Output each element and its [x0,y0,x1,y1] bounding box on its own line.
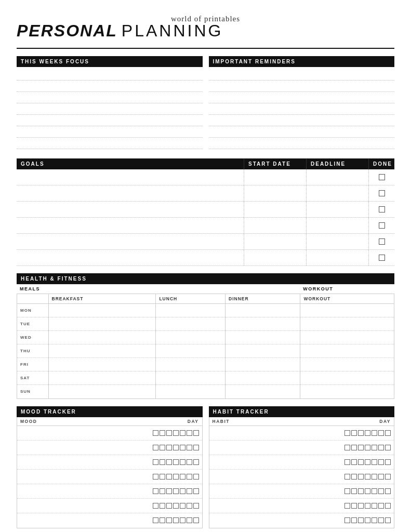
mood-cb-4-2[interactable] [160,474,165,480]
habit-cb-1-5[interactable] [372,430,377,436]
mood-cb-7-1[interactable] [153,517,158,523]
mood-cb-1-5[interactable] [180,430,185,436]
mood-cb-5-5[interactable] [180,488,185,494]
habit-cb-7-1[interactable] [344,517,350,523]
habit-cb-5-6[interactable] [378,488,384,494]
dinner-tue[interactable] [226,317,300,331]
goal-done-5[interactable] [368,234,394,249]
goal-text-4[interactable] [17,218,244,233]
habit-cb-3-3[interactable] [358,459,364,465]
habit-cb-5-2[interactable] [351,488,357,494]
habit-cb-4-1[interactable] [344,474,350,480]
habit-cb-2-5[interactable] [372,445,377,450]
habit-cb-4-4[interactable] [365,474,370,480]
mood-cb-7-6[interactable] [187,517,192,523]
mood-cb-3-4[interactable] [173,459,179,465]
goal-deadline-4[interactable] [306,218,368,233]
habit-cb-3-2[interactable] [351,459,357,465]
reminder-line-7[interactable] [209,138,395,149]
mood-cb-3-3[interactable] [166,459,172,465]
mood-cb-4-3[interactable] [166,474,172,480]
habit-cb-7-7[interactable] [385,517,391,523]
breakfast-wed[interactable] [48,331,156,344]
mood-cb-1-2[interactable] [160,430,165,436]
habit-cb-1-7[interactable] [385,430,391,436]
breakfast-fri[interactable] [48,358,156,371]
checkbox-1[interactable] [379,174,385,180]
checkbox-6[interactable] [379,255,385,261]
goal-done-2[interactable] [368,185,394,201]
habit-cb-4-3[interactable] [358,474,364,480]
mood-cb-2-7[interactable] [193,445,199,450]
habit-cb-1-4[interactable] [365,430,370,436]
habit-cb-6-4[interactable] [365,503,370,509]
workout-mon[interactable] [300,304,394,317]
workout-sun[interactable] [300,385,394,398]
dinner-fri[interactable] [226,358,300,371]
lunch-wed[interactable] [156,331,226,344]
goal-deadline-3[interactable] [306,202,368,217]
habit-cb-6-2[interactable] [351,503,357,509]
goal-text-1[interactable] [17,169,244,185]
mood-cb-3-5[interactable] [180,459,185,465]
habit-cb-5-1[interactable] [344,488,350,494]
lunch-thu[interactable] [156,344,226,358]
mood-cb-3-6[interactable] [187,459,192,465]
habit-cb-4-7[interactable] [385,474,391,480]
mood-cb-5-4[interactable] [173,488,179,494]
mood-cb-2-6[interactable] [187,445,192,450]
goal-done-6[interactable] [368,250,394,265]
lunch-mon[interactable] [156,304,226,317]
mood-cb-1-3[interactable] [166,430,172,436]
habit-cb-6-3[interactable] [358,503,364,509]
dinner-wed[interactable] [226,331,300,344]
mood-cb-7-7[interactable] [193,517,199,523]
goal-start-5[interactable] [244,234,306,249]
reminder-line-2[interactable] [209,81,395,92]
mood-cb-6-5[interactable] [180,503,185,509]
lunch-sun[interactable] [156,385,226,398]
dinner-mon[interactable] [226,304,300,317]
mood-cb-4-6[interactable] [187,474,192,480]
reminder-line-4[interactable] [209,103,395,115]
reminder-line-5[interactable] [209,115,395,126]
workout-fri[interactable] [300,358,394,371]
habit-cb-4-6[interactable] [378,474,384,480]
mood-cb-6-2[interactable] [160,503,165,509]
dinner-sun[interactable] [226,385,300,398]
habit-cb-3-4[interactable] [365,459,370,465]
mood-cb-4-4[interactable] [173,474,179,480]
focus-line-5[interactable] [17,115,203,126]
mood-cb-4-1[interactable] [153,474,158,480]
dinner-thu[interactable] [226,344,300,358]
checkbox-2[interactable] [379,190,385,196]
mood-cb-2-3[interactable] [166,445,172,450]
mood-cb-7-4[interactable] [173,517,179,523]
habit-cb-3-6[interactable] [378,459,384,465]
checkbox-5[interactable] [379,238,385,245]
mood-cb-6-4[interactable] [173,503,179,509]
habit-cb-5-3[interactable] [358,488,364,494]
focus-line-2[interactable] [17,81,203,92]
habit-cb-6-6[interactable] [378,503,384,509]
mood-cb-2-2[interactable] [160,445,165,450]
habit-cb-2-3[interactable] [358,445,364,450]
mood-cb-7-3[interactable] [166,517,172,523]
mood-cb-3-2[interactable] [160,459,165,465]
habit-cb-6-5[interactable] [372,503,377,509]
breakfast-sat[interactable] [48,371,156,385]
breakfast-thu[interactable] [48,344,156,358]
mood-cb-2-4[interactable] [173,445,179,450]
focus-line-7[interactable] [17,138,203,149]
mood-cb-7-5[interactable] [180,517,185,523]
workout-sat[interactable] [300,371,394,385]
goal-start-1[interactable] [244,169,306,185]
goal-start-4[interactable] [244,218,306,233]
mood-cb-1-6[interactable] [187,430,192,436]
goal-deadline-5[interactable] [306,234,368,249]
goal-start-2[interactable] [244,185,306,201]
habit-cb-2-4[interactable] [365,445,370,450]
goal-start-6[interactable] [244,250,306,265]
habit-cb-5-7[interactable] [385,488,391,494]
goal-deadline-2[interactable] [306,185,368,201]
